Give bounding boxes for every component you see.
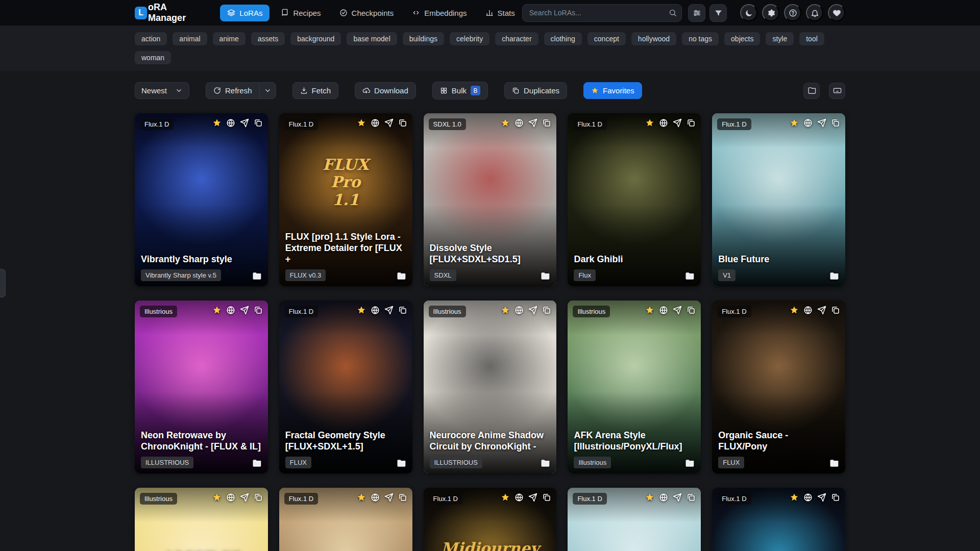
folder-icon[interactable] <box>396 271 406 281</box>
nav-item-loras[interactable]: LoRAs <box>220 5 270 21</box>
favorite-star-icon[interactable] <box>212 306 222 315</box>
send-icon[interactable] <box>384 306 394 315</box>
favorite-star-icon[interactable] <box>357 118 366 128</box>
version-tag[interactable]: Vibrantly Sharp style v.5 <box>141 269 221 281</box>
refresh-options-caret[interactable] <box>259 82 276 99</box>
lora-card[interactable]: Flux.1 D <box>712 488 845 551</box>
download-button[interactable]: Download <box>355 82 416 99</box>
nav-item-stats[interactable]: Stats <box>478 5 522 21</box>
copy-icon[interactable] <box>831 493 840 502</box>
tag-chip[interactable]: base model <box>347 32 397 45</box>
duplicates-button[interactable]: Duplicates <box>504 82 567 99</box>
lora-card[interactable]: Flux.1 D <box>568 488 701 551</box>
copy-icon[interactable] <box>687 493 696 502</box>
favorite-star-icon[interactable] <box>501 118 510 128</box>
tag-chip[interactable]: celebrity <box>450 32 489 45</box>
lora-card[interactable]: Flux.1 D Blue Future V1 <box>712 113 845 286</box>
favorite-star-icon[interactable] <box>790 118 799 128</box>
globe-icon[interactable] <box>514 306 524 315</box>
tag-chip[interactable]: concept <box>587 32 626 45</box>
folder-icon[interactable] <box>829 271 839 281</box>
version-tag[interactable]: V1 <box>718 269 736 281</box>
lora-card[interactable]: Flux.1 D <box>279 488 412 551</box>
version-tag[interactable]: ILLUSTRIOUS <box>430 457 482 468</box>
copy-icon[interactable] <box>254 306 263 315</box>
copy-icon[interactable] <box>542 118 551 128</box>
globe-icon[interactable] <box>659 118 668 128</box>
folder-icon[interactable] <box>540 458 550 468</box>
favorite-star-icon[interactable] <box>212 493 222 502</box>
copy-icon[interactable] <box>398 493 407 502</box>
tag-chip[interactable]: objects <box>724 32 760 45</box>
globe-icon[interactable] <box>371 493 380 502</box>
folder-icon[interactable] <box>540 271 550 281</box>
version-tag[interactable]: ILLUSTRIOUS <box>141 457 193 468</box>
globe-icon[interactable] <box>514 118 524 128</box>
send-icon[interactable] <box>817 493 826 502</box>
help-button[interactable] <box>784 4 801 21</box>
settings-button[interactable] <box>762 4 779 21</box>
globe-icon[interactable] <box>803 493 813 502</box>
folder-icon[interactable] <box>252 458 262 468</box>
send-icon[interactable] <box>528 493 537 502</box>
copy-icon[interactable] <box>687 306 696 315</box>
folder-icon[interactable] <box>684 271 695 281</box>
version-tag[interactable]: SDXL <box>430 269 456 281</box>
lora-card[interactable]: Illustrious Neurocore Anime Shadow Circu… <box>424 300 557 473</box>
tag-chip[interactable]: assets <box>251 32 285 45</box>
tag-chip[interactable]: action <box>135 32 167 45</box>
folder-icon[interactable] <box>252 271 262 281</box>
tag-chip[interactable]: no tags <box>682 32 719 45</box>
globe-icon[interactable] <box>659 493 668 502</box>
send-icon[interactable] <box>673 493 682 502</box>
globe-icon[interactable] <box>803 118 813 128</box>
send-icon[interactable] <box>673 306 682 315</box>
folder-view-button[interactable] <box>803 83 820 99</box>
tag-chip[interactable]: background <box>290 32 341 45</box>
lora-card[interactable]: Midjourney meets Flux.1 D <box>424 488 557 551</box>
tag-chip[interactable]: hollywood <box>631 32 676 45</box>
tag-chip[interactable]: style <box>766 32 794 45</box>
copy-icon[interactable] <box>542 306 551 315</box>
send-icon[interactable] <box>817 306 826 315</box>
copy-icon[interactable] <box>542 493 551 502</box>
favorite-star-icon[interactable] <box>357 493 366 502</box>
globe-icon[interactable] <box>371 306 380 315</box>
version-tag[interactable]: Flux <box>574 269 596 281</box>
send-icon[interactable] <box>817 118 826 128</box>
tag-chip[interactable]: tool <box>799 32 824 45</box>
globe-icon[interactable] <box>226 118 235 128</box>
globe-icon[interactable] <box>659 306 668 315</box>
filter-funnel-button[interactable] <box>709 4 727 22</box>
filter-sliders-button[interactable] <box>688 4 705 22</box>
globe-icon[interactable] <box>226 306 235 315</box>
globe-icon[interactable] <box>371 118 380 128</box>
favorite-star-icon[interactable] <box>357 306 366 315</box>
favorite-star-icon[interactable] <box>645 493 654 502</box>
version-tag[interactable]: FLUX <box>285 457 311 468</box>
tag-chip[interactable]: character <box>495 32 538 45</box>
tag-chip[interactable]: animal <box>173 32 207 45</box>
nav-item-checkpoints[interactable]: Checkpoints <box>332 5 401 21</box>
notifications-button[interactable] <box>806 4 823 21</box>
lora-card[interactable]: SDXL 1.0 Dissolve Style [FLUX+SDXL+SD1.5… <box>424 113 557 286</box>
lora-card[interactable]: Flux.1 D Vibrantly Sharp style Vibrantly… <box>135 113 268 286</box>
version-tag[interactable]: Illustrious <box>574 457 611 468</box>
copy-icon[interactable] <box>398 118 407 128</box>
send-icon[interactable] <box>528 306 537 315</box>
tag-chip[interactable]: woman <box>135 51 171 64</box>
sort-select[interactable]: Newest <box>135 82 189 99</box>
copy-icon[interactable] <box>831 306 840 315</box>
tag-chip[interactable]: clothing <box>544 32 582 45</box>
refresh-button[interactable]: Refresh <box>206 82 259 99</box>
favorites-filter-button[interactable]: Favorites <box>583 82 642 99</box>
keyboard-shortcuts-button[interactable] <box>829 83 845 99</box>
copy-icon[interactable] <box>831 118 840 128</box>
copy-icon[interactable] <box>254 118 263 128</box>
bulk-button[interactable]: Bulk B <box>432 82 488 99</box>
favorite-star-icon[interactable] <box>501 306 510 315</box>
tag-chip[interactable]: anime <box>213 32 246 45</box>
favorite-star-icon[interactable] <box>790 306 799 315</box>
send-icon[interactable] <box>240 493 249 502</box>
send-icon[interactable] <box>384 493 394 502</box>
